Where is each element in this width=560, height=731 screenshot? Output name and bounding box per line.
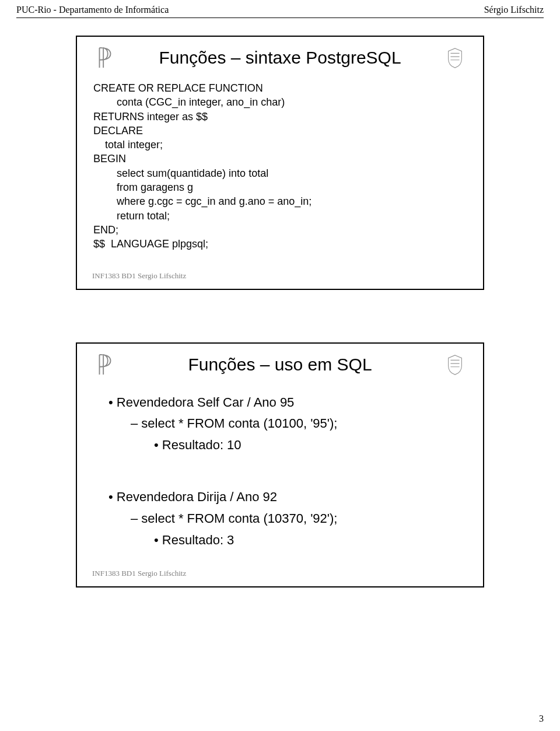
list-item: • Resultado: 3: [154, 531, 468, 550]
list-item: • Revendedora Dirija / Ano 92: [108, 488, 468, 506]
slide-1-title: Funções – sintaxe PostgreSQL: [118, 48, 442, 68]
list-item: • Revendedora Self Car / Ano 95: [108, 394, 468, 412]
page-header: PUC-Rio - Departamento de Informática Sé…: [0, 0, 560, 18]
slide-2-title-row: Funções – uso em SQL: [92, 352, 468, 377]
slide-1-code: CREATE OR REPLACE FUNCTION conta (CGC_in…: [93, 81, 468, 251]
letter-p-icon: [92, 45, 118, 71]
bullet-text: Resultado: 10: [162, 438, 242, 452]
slide-1-footer: INF1383 BD1 Sergio Lifschitz: [92, 271, 483, 281]
slide-2: Funções – uso em SQL • Revendedora Self …: [76, 342, 484, 588]
slide-2-footer: INF1383 BD1 Sergio Lifschitz: [92, 569, 483, 578]
crest-icon: [442, 45, 468, 71]
page-number: 3: [539, 713, 544, 724]
slide-2-bullets: • Revendedora Self Car / Ano 95 – select…: [92, 394, 468, 550]
header-right: Sérgio Lifschitz: [484, 5, 544, 15]
crest-icon: [442, 352, 468, 377]
bullet-text: select * FROM conta (10370, '92');: [141, 511, 337, 526]
bullet-text: Resultado: 3: [162, 533, 235, 547]
slide-1: Funções – sintaxe PostgreSQL CREATE OR R…: [76, 36, 484, 290]
slide-2-title: Funções – uso em SQL: [118, 355, 442, 375]
letter-p-icon: [92, 352, 118, 377]
bullet-text: Revendedora Self Car / Ano 95: [117, 395, 295, 410]
list-item: – select * FROM conta (10370, '92');: [131, 510, 468, 528]
bullet-text: select * FROM conta (10100, '95');: [141, 416, 337, 431]
bullet-text: Revendedora Dirija / Ano 92: [117, 489, 277, 504]
slide-1-title-row: Funções – sintaxe PostgreSQL: [92, 45, 468, 71]
list-item: – select * FROM conta (10100, '95');: [131, 415, 468, 433]
list-item: • Resultado: 10: [154, 436, 468, 454]
header-left: PUC-Rio - Departamento de Informática: [16, 5, 169, 15]
header-divider: [16, 18, 544, 18]
